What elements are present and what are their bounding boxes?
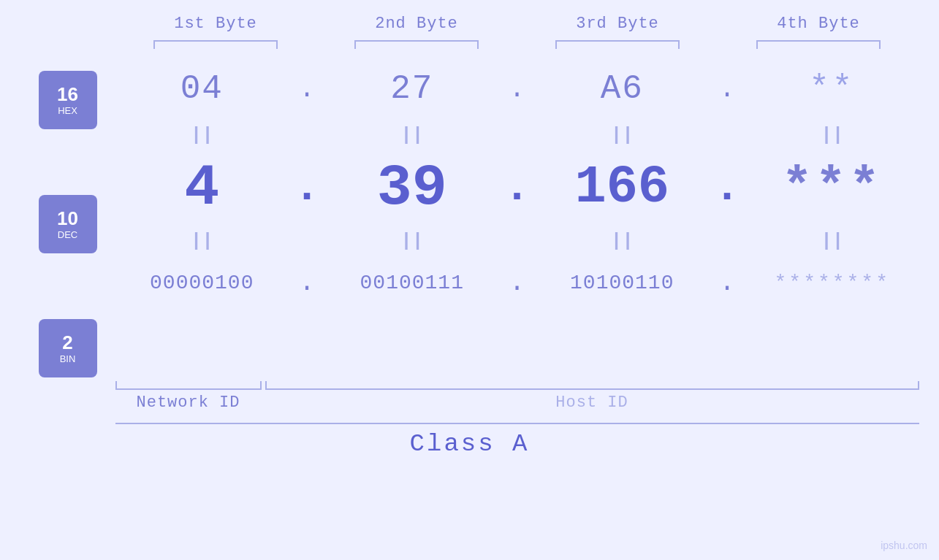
- watermark: ipshu.com: [881, 540, 927, 551]
- bin-sep-3: .: [709, 268, 745, 298]
- bin-val-3: 10100110: [570, 272, 674, 294]
- top-bracket-2: [354, 40, 479, 49]
- eq2-val-3: ||: [611, 230, 634, 252]
- bin-dot-1: .: [299, 268, 315, 298]
- bracket-4: [718, 40, 919, 49]
- bin-dot-3: .: [719, 268, 735, 298]
- eq2-cell-1: ||: [115, 230, 289, 252]
- eq2-cell-2: ||: [325, 230, 499, 252]
- eq2-cell-4: ||: [745, 230, 919, 252]
- col-header-4: 4th Byte: [718, 15, 919, 33]
- dec-badge-number: 10: [57, 209, 78, 228]
- hex-dot-3: .: [719, 74, 735, 104]
- col-header-2: 2nd Byte: [316, 15, 517, 33]
- eq1-val-2: ||: [400, 124, 423, 146]
- bin-badge-number: 2: [62, 333, 72, 352]
- top-bracket-1: [153, 40, 278, 49]
- content-area: 16 HEX 10 DEC 2 BIN 04 .: [20, 56, 919, 377]
- bin-val-4: ********: [775, 272, 890, 294]
- bin-cell-4: ********: [745, 272, 919, 294]
- bin-sep-2: .: [499, 268, 536, 298]
- hex-cell-2: 27: [325, 70, 499, 108]
- dec-badge-label: DEC: [58, 229, 77, 240]
- dec-sep-1: .: [289, 163, 325, 212]
- bin-sep-1: .: [289, 268, 325, 298]
- host-bracket: [265, 381, 919, 390]
- bin-cell-2: 00100111: [325, 272, 499, 294]
- hex-cell-3: A6: [536, 70, 710, 108]
- dec-cell-1: 4: [115, 155, 289, 221]
- equals-row-2: || || || ||: [115, 228, 919, 253]
- bin-cell-1: 00000100: [115, 272, 289, 294]
- dec-dot-1: .: [294, 163, 320, 212]
- dec-val-3: 166: [574, 158, 669, 218]
- hex-sep-1: .: [289, 74, 325, 104]
- hex-val-4: **: [809, 70, 855, 108]
- dec-val-4: ***: [782, 159, 883, 217]
- column-headers: 1st Byte 2nd Byte 3rd Byte 4th Byte: [115, 15, 919, 33]
- hex-row: 04 . 27 . A6 . **: [115, 56, 919, 122]
- bottom-section: Network ID Host ID: [20, 381, 919, 412]
- eq2-val-4: ||: [821, 230, 843, 252]
- hex-val-2: 27: [390, 70, 433, 108]
- labels-row: Network ID Host ID: [115, 394, 919, 412]
- col-header-1: 1st Byte: [115, 15, 316, 33]
- hex-val-1: 04: [180, 70, 224, 108]
- eq2-val-2: ||: [400, 230, 423, 252]
- hex-dot-2: .: [509, 74, 525, 104]
- dec-cell-3: 166: [536, 158, 710, 218]
- network-id-label: Network ID: [115, 394, 262, 412]
- col-header-3: 3rd Byte: [517, 15, 718, 33]
- hex-cell-1: 04: [115, 70, 289, 108]
- network-bracket: [115, 381, 262, 390]
- bin-badge-label: BIN: [60, 353, 76, 364]
- bin-badge: 2 BIN: [39, 319, 97, 377]
- dec-dot-3: .: [714, 163, 740, 212]
- eq1-val-3: ||: [611, 124, 634, 146]
- bin-val-2: 00100111: [360, 272, 464, 294]
- eq1-cell-4: ||: [745, 124, 919, 146]
- badge-column: 16 HEX 10 DEC 2 BIN: [20, 56, 115, 377]
- equals-row-1: || || || ||: [115, 122, 919, 147]
- hex-badge-number: 16: [57, 85, 78, 104]
- hex-val-3: A6: [601, 70, 644, 108]
- main-container: 1st Byte 2nd Byte 3rd Byte 4th Byte 16 H…: [0, 0, 939, 560]
- dec-val-2: 39: [377, 155, 447, 221]
- data-grid: 04 . 27 . A6 . **: [115, 56, 919, 312]
- bin-dot-2: .: [509, 268, 525, 298]
- top-bracket-3: [555, 40, 680, 49]
- dec-sep-2: .: [499, 163, 536, 212]
- hex-sep-3: .: [709, 74, 745, 104]
- hex-badge-label: HEX: [58, 105, 77, 116]
- hex-badge: 16 HEX: [39, 71, 97, 129]
- eq1-cell-1: ||: [115, 124, 289, 146]
- bin-val-1: 00000100: [150, 272, 254, 294]
- bin-cell-3: 10100110: [536, 272, 710, 294]
- eq1-cell-3: ||: [536, 124, 710, 146]
- class-label: Class A: [410, 430, 530, 458]
- eq1-val-4: ||: [821, 124, 843, 146]
- class-section: Class A: [20, 423, 919, 458]
- host-id-label: Host ID: [265, 394, 919, 412]
- eq1-val-1: ||: [191, 124, 213, 146]
- bracket-2: [316, 40, 517, 49]
- hex-sep-2: .: [499, 74, 536, 104]
- dec-cell-2: 39: [325, 155, 499, 221]
- class-bracket-line: [115, 423, 919, 424]
- bracket-1: [115, 40, 316, 49]
- eq2-cell-3: ||: [536, 230, 710, 252]
- dec-row: 4 . 39 . 166 . ***: [115, 147, 919, 228]
- dec-dot-2: .: [503, 163, 530, 212]
- top-bracket-4: [756, 40, 881, 49]
- hex-cell-4: **: [745, 70, 919, 108]
- dec-badge: 10 DEC: [39, 195, 97, 253]
- bin-row: 00000100 . 00100111 . 10100110 .: [115, 253, 919, 312]
- dec-sep-3: .: [709, 163, 745, 212]
- bottom-brackets: [115, 381, 919, 390]
- bracket-3: [517, 40, 718, 49]
- dec-cell-4: ***: [745, 159, 919, 217]
- top-brackets: [115, 40, 919, 49]
- eq1-cell-2: ||: [325, 124, 499, 146]
- dec-val-1: 4: [184, 155, 219, 221]
- eq2-val-1: ||: [191, 230, 213, 252]
